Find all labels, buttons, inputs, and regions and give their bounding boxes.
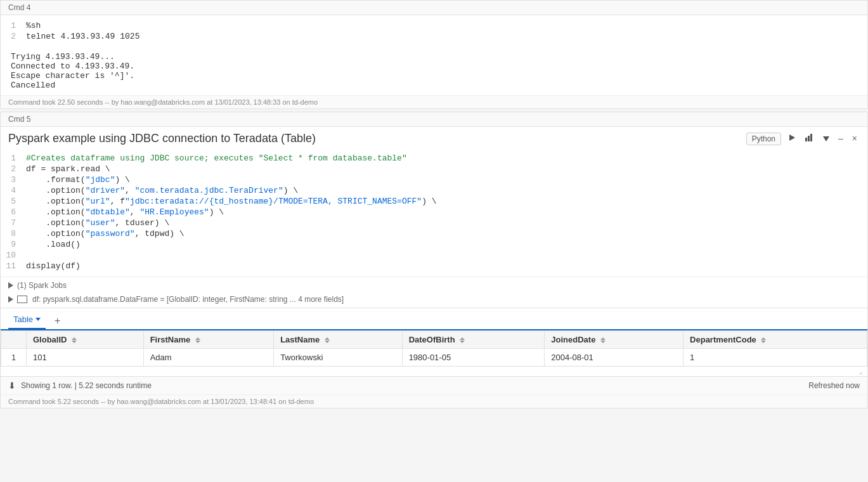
data-table-wrapper: GlobalID FirstName <box>1 329 867 367</box>
col-header-joineddate[interactable]: JoinedDate <box>545 331 683 349</box>
sort-down-icon <box>761 341 766 343</box>
code-line-c3: 3 .format("jdbc") \ <box>1 174 860 185</box>
sort-down-icon <box>195 341 200 343</box>
table-row: 1 101 Adam Tworkowski 1980-01-05 2004-08… <box>1 349 867 367</box>
row-num-header <box>1 331 27 349</box>
output-line-3: Escape character is '^]'. <box>11 71 857 81</box>
sort-icons-lastname <box>325 337 330 343</box>
add-tab-button[interactable]: + <box>51 314 64 328</box>
dropdown-button[interactable] <box>820 133 832 145</box>
table-footer: ⬇ Showing 1 row. | 5.22 seconds runtime … <box>1 376 867 394</box>
table-header-row: GlobalID FirstName <box>1 331 867 349</box>
col-header-dateofbirth[interactable]: DateOfBirth <box>402 331 545 349</box>
sort-up-icon <box>761 337 766 340</box>
table-tab-chevron-icon <box>36 318 41 321</box>
line-content-1: %sh <box>26 21 41 30</box>
svg-rect-2 <box>808 136 810 141</box>
chart-button[interactable] <box>803 133 817 145</box>
sort-icons-globalid <box>72 337 77 343</box>
cmd4-output: Trying 4.193.93.49... Connected to 4.193… <box>1 47 867 95</box>
col-header-globalid[interactable]: GlobalID <box>27 331 144 349</box>
lc-c4: .option("driver", "com.teradata.jdbc.Ter… <box>26 186 298 195</box>
cmd5-footer: Command took 5.22 seconds -- by hao.wang… <box>1 394 867 408</box>
data-table: GlobalID FirstName <box>1 330 867 367</box>
notebook-container: Cmd 4 1 %sh 2 telnet 4.193.93.49 1025 Tr… <box>0 0 868 482</box>
spark-jobs-expand-icon[interactable] <box>8 282 13 289</box>
svg-marker-0 <box>789 134 795 141</box>
col-header-deptcode[interactable]: DepartmentCode <box>683 331 867 349</box>
table-tab[interactable]: Table <box>8 312 46 329</box>
output-line-1: Trying 4.193.93.49... <box>11 52 857 62</box>
col-header-firstname[interactable]: FirstName <box>143 331 273 349</box>
line-num-1: 1 <box>1 21 26 30</box>
sort-icons-dept <box>761 337 766 343</box>
df-expand-icon[interactable] <box>8 296 13 303</box>
sort-down-icon <box>72 341 77 343</box>
cell-controls: Python <box>746 132 860 145</box>
sort-up-icon <box>600 337 606 340</box>
table-tab-label: Table <box>13 315 33 324</box>
language-badge: Python <box>746 133 781 145</box>
sort-icons-dob <box>460 337 465 343</box>
footer-row-info: Showing 1 row. | 5.22 seconds runtime <box>21 381 152 390</box>
resize-handle[interactable]: ⌟ <box>1 367 867 376</box>
sort-down-icon <box>600 341 606 343</box>
cmd5-code-block: 1 #Creates dataframe using JDBC source; … <box>1 148 867 277</box>
code-line-c11: 11 display(df) <box>1 261 860 271</box>
ln-c7: 7 <box>1 218 26 228</box>
minimize-button[interactable]: – <box>836 133 846 145</box>
ln-c11: 11 <box>1 261 26 271</box>
dataframe-info-bar: df: pyspark.sql.dataframe.DataFrame = [G… <box>1 294 867 308</box>
cmd4-section: Cmd 4 1 %sh 2 telnet 4.193.93.49 1025 Tr… <box>0 0 868 109</box>
sort-up-icon <box>325 337 330 340</box>
footer-left: ⬇ Showing 1 row. | 5.22 seconds runtime <box>8 381 152 391</box>
cell-deptcode-1: 1 <box>683 349 867 367</box>
ln-c8: 8 <box>1 229 26 238</box>
cell-joined-1: 2004-08-01 <box>545 349 683 367</box>
svg-rect-1 <box>805 138 807 141</box>
sort-up-icon <box>460 337 465 340</box>
lc-c3: .format("jdbc") \ <box>26 175 130 185</box>
ln-c1: 1 <box>1 153 26 163</box>
lc-c5: .option("url", f"jdbc:teradata://{td_hos… <box>26 197 437 206</box>
cmd4-footer: Command took 22.50 seconds -- by hao.wan… <box>1 95 867 108</box>
ln-c10: 10 <box>1 251 26 260</box>
table-icon <box>17 296 27 303</box>
lc-c6: .option("dbtable", "HR.Employees") \ <box>26 207 224 217</box>
code-line-c1: 1 #Creates dataframe using JDBC source; … <box>1 153 860 164</box>
run-button[interactable] <box>785 132 799 145</box>
cell-title: Pyspark example using JDBC connection to… <box>8 132 316 145</box>
code-line-c9: 9 .load() <box>1 239 860 250</box>
lc-c2: df = spark.read \ <box>26 164 110 174</box>
line-content-2: telnet 4.193.93.49 1025 <box>26 32 139 41</box>
spark-jobs-bar: (1) Spark Jobs <box>1 277 867 294</box>
ln-c6: 6 <box>1 207 26 217</box>
code-line-c4: 4 .option("driver", "com.teradata.jdbc.T… <box>1 185 860 196</box>
sort-down-icon <box>460 341 465 343</box>
cmd5-section: Cmd 5 Pyspark example using JDBC connect… <box>0 112 868 408</box>
lc-c7: .option("user", tduser) \ <box>26 218 169 228</box>
close-button[interactable]: × <box>850 133 860 145</box>
cell-globalid-1: 101 <box>27 349 144 367</box>
footer-refresh-info: Refreshed now <box>808 381 860 390</box>
svg-marker-4 <box>823 136 829 141</box>
output-line-4: Cancelled <box>11 81 857 90</box>
col-header-lastname[interactable]: LastName <box>274 331 403 349</box>
ln-c3: 3 <box>1 175 26 185</box>
cell-dob-1: 1980-01-05 <box>402 349 545 367</box>
output-line-2: Connected to 4.193.93.49. <box>11 62 857 71</box>
code-line-c2: 2 df = spark.read \ <box>1 164 860 174</box>
spark-jobs-label: (1) Spark Jobs <box>17 281 67 290</box>
ln-c2: 2 <box>1 164 26 174</box>
code-line: 1 %sh <box>1 20 867 31</box>
sort-icons-joined <box>600 337 606 343</box>
sort-down-icon <box>325 341 330 343</box>
sort-icons-firstname <box>195 337 200 343</box>
cell-lastname-1: Tworkowski <box>274 349 403 367</box>
ln-c4: 4 <box>1 186 26 195</box>
code-line-c8: 8 .option("password", tdpwd) \ <box>1 228 860 239</box>
line-num-2: 2 <box>1 32 26 41</box>
code-line-2: 2 telnet 4.193.93.49 1025 <box>1 31 867 42</box>
download-icon[interactable]: ⬇ <box>8 381 16 391</box>
code-line-c5: 5 .option("url", f"jdbc:teradata://{td_h… <box>1 196 860 207</box>
